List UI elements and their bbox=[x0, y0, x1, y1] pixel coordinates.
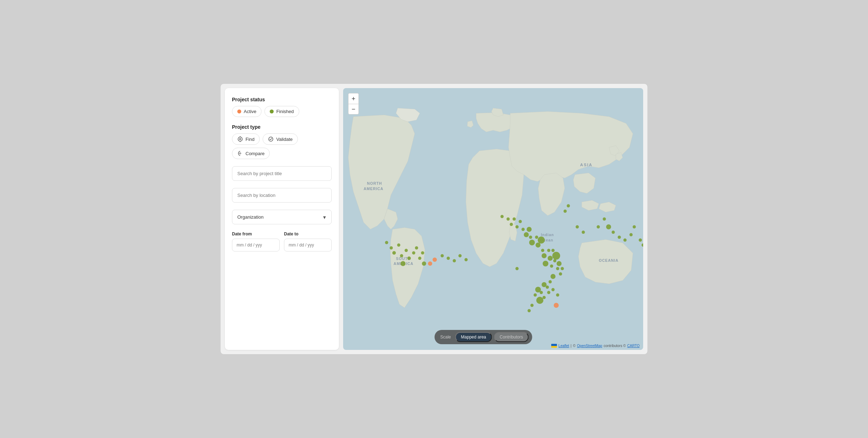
osm-link[interactable]: OpenStreetMap bbox=[577, 344, 602, 348]
date-from-label: Date from bbox=[232, 231, 280, 236]
svg-text:NORTH: NORTH bbox=[367, 181, 382, 185]
finished-dot bbox=[270, 110, 274, 113]
validate-label: Validate bbox=[276, 137, 293, 142]
compare-pill[interactable]: Compare bbox=[232, 148, 270, 159]
organization-select[interactable]: Organization Organization bbox=[232, 210, 332, 224]
active-label: Active bbox=[244, 109, 256, 114]
find-icon bbox=[237, 136, 243, 142]
map-panel: NORTH AMERICA SOUTH AMERICA ASIA Indian … bbox=[343, 88, 643, 350]
date-from-group: Date from bbox=[232, 231, 280, 251]
map-legend-bar: Scale Mapped area Contributors bbox=[435, 330, 532, 344]
finished-pill[interactable]: Finished bbox=[264, 106, 299, 117]
compare-label: Compare bbox=[246, 151, 264, 156]
svg-text:ASIA: ASIA bbox=[580, 163, 593, 167]
carto-link[interactable]: CARTO bbox=[627, 344, 640, 348]
contributors-button[interactable]: Contributors bbox=[494, 332, 528, 342]
svg-text:SOUTH: SOUTH bbox=[396, 256, 411, 261]
validate-pill[interactable]: Validate bbox=[263, 133, 298, 145]
find-pill[interactable]: Find bbox=[232, 133, 260, 145]
search-title-input[interactable] bbox=[232, 166, 332, 181]
project-status-section: Project status Active Finished bbox=[232, 97, 332, 117]
svg-point-5 bbox=[239, 153, 241, 154]
svg-text:OCEANIA: OCEANIA bbox=[599, 258, 619, 263]
mapped-area-button[interactable]: Mapped area bbox=[455, 332, 492, 342]
date-row: Date from Date to bbox=[232, 231, 332, 251]
world-map-svg: NORTH AMERICA SOUTH AMERICA ASIA Indian … bbox=[343, 88, 643, 350]
svg-text:AMERICA: AMERICA bbox=[363, 187, 383, 191]
active-dot bbox=[237, 110, 241, 113]
zoom-in-button[interactable]: + bbox=[348, 93, 359, 104]
svg-text:AMERICA: AMERICA bbox=[394, 261, 414, 266]
compare-icon bbox=[237, 151, 243, 156]
date-from-input[interactable] bbox=[232, 239, 280, 251]
svg-point-0 bbox=[238, 137, 242, 141]
map-attribution: Leaflet | © OpenStreetMap contributors ©… bbox=[551, 344, 640, 348]
ukraine-flag bbox=[551, 344, 557, 348]
filter-panel: Project status Active Finished Project t… bbox=[225, 88, 339, 350]
validate-icon bbox=[268, 136, 274, 142]
svg-text:Indian: Indian bbox=[541, 233, 554, 237]
svg-text:Ocean: Ocean bbox=[540, 238, 553, 242]
project-type-title: Project type bbox=[232, 124, 332, 130]
search-location-input[interactable] bbox=[232, 188, 332, 203]
attribution-pipe1: | bbox=[570, 344, 572, 348]
app-container: Project status Active Finished Project t… bbox=[220, 83, 648, 355]
finished-label: Finished bbox=[276, 109, 294, 114]
date-to-label: Date to bbox=[284, 231, 332, 236]
date-to-input[interactable] bbox=[284, 239, 332, 251]
active-pill[interactable]: Active bbox=[232, 106, 262, 117]
leaflet-link[interactable]: Leaflet bbox=[558, 344, 569, 348]
svg-point-1 bbox=[239, 138, 241, 140]
project-status-title: Project status bbox=[232, 97, 332, 102]
attribution-contributors: contributors © bbox=[604, 344, 626, 348]
attribution-copy1: © bbox=[573, 344, 575, 348]
status-pill-group: Active Finished bbox=[232, 106, 332, 117]
zoom-out-button[interactable]: − bbox=[348, 104, 359, 114]
organization-select-wrap: Organization Organization ▼ bbox=[232, 210, 332, 224]
date-to-group: Date to bbox=[284, 231, 332, 251]
project-type-section: Project type Find bbox=[232, 124, 332, 159]
scale-label: Scale bbox=[438, 334, 453, 340]
type-pill-group: Find Validate bbox=[232, 133, 332, 159]
find-label: Find bbox=[246, 137, 254, 142]
map-zoom-controls: + − bbox=[348, 93, 359, 114]
